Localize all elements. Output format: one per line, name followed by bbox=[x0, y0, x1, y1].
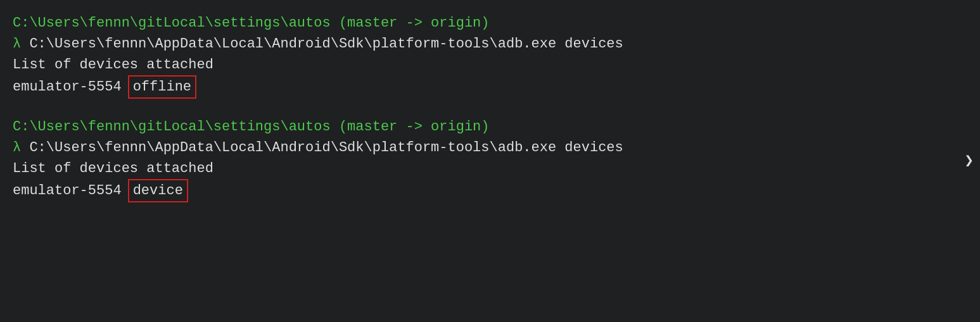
lambda-symbol-2: λ bbox=[13, 140, 21, 156]
command-text-1: C:\Users\fennn\AppData\Local\Android\Sdk… bbox=[21, 36, 623, 52]
command-line-2: λ C:\Users\fennn\AppData\Local\Android\S… bbox=[13, 137, 967, 158]
device-name-2: emulator-5554 bbox=[13, 180, 122, 201]
device-name-1: emulator-5554 bbox=[13, 77, 122, 97]
status-badge-offline: offline bbox=[128, 75, 196, 99]
command-line-1: λ C:\Users\fennn\AppData\Local\Android\S… bbox=[13, 34, 967, 54]
device-line-1: emulator-5554 offline bbox=[13, 75, 967, 99]
path-line-2: C:\Users\fennn\gitLocal\settings\autos (… bbox=[13, 116, 967, 137]
list-attached-line-2: List of devices attached bbox=[13, 158, 967, 179]
terminal-block-2: C:\Users\fennn\gitLocal\settings\autos (… bbox=[13, 116, 967, 202]
list-attached-line-1: List of devices attached bbox=[13, 54, 967, 75]
command-text-2: C:\Users\fennn\AppData\Local\Android\Sdk… bbox=[21, 140, 623, 156]
terminal-block-1: C:\Users\fennn\gitLocal\settings\autos (… bbox=[13, 13, 967, 99]
terminal: C:\Users\fennn\gitLocal\settings\autos (… bbox=[0, 0, 980, 322]
device-line-2: emulator-5554 device bbox=[13, 179, 967, 202]
status-badge-device: device bbox=[128, 179, 188, 202]
path-line-1: C:\Users\fennn\gitLocal\settings\autos (… bbox=[13, 13, 967, 34]
terminal-cursor: ❯ bbox=[965, 150, 974, 173]
lambda-symbol-1: λ bbox=[13, 36, 21, 52]
